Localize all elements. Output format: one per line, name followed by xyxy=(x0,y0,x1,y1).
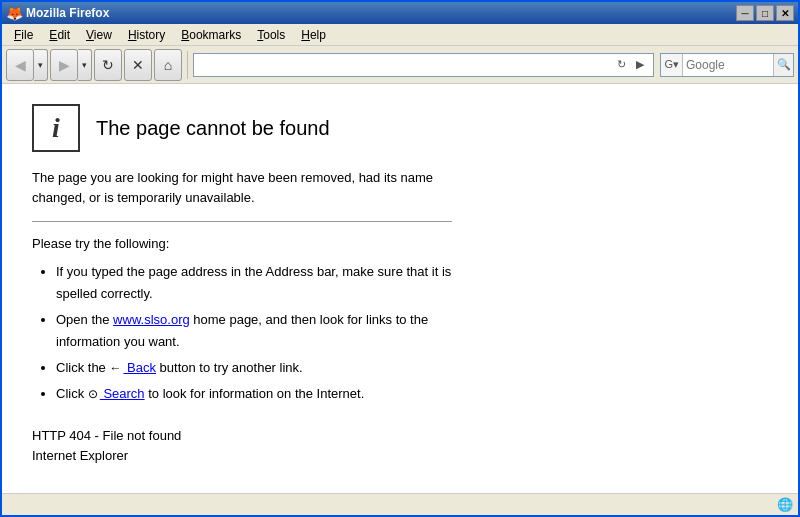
separator-1 xyxy=(187,51,188,79)
address-icons: ↻ ▶ xyxy=(612,56,649,74)
bullet-text-4a: Click xyxy=(56,386,88,401)
search-link[interactable]: Search xyxy=(100,386,145,401)
firefox-icon: 🦊 xyxy=(6,5,22,21)
reload-button[interactable]: ↻ xyxy=(94,49,122,81)
list-item: Open the www.slso.org home page, and the… xyxy=(56,309,476,353)
forward-dropdown[interactable]: ▾ xyxy=(78,49,92,81)
window-title: Mozilla Firefox xyxy=(26,6,736,20)
menu-file[interactable]: File xyxy=(6,26,41,44)
menu-history[interactable]: History xyxy=(120,26,173,44)
error-title: The page cannot be found xyxy=(96,117,330,140)
http-info: HTTP 404 - File not found Internet Explo… xyxy=(32,426,768,468)
window-controls: ─ □ ✕ xyxy=(736,5,794,21)
menu-edit[interactable]: Edit xyxy=(41,26,78,44)
search-button[interactable]: 🔍 xyxy=(773,54,793,76)
status-bar: 🌐 xyxy=(2,493,798,515)
forward-group: ▶ ▾ xyxy=(50,49,92,81)
bullet-text-3b: button to try another link. xyxy=(156,360,303,375)
address-input[interactable] xyxy=(198,58,612,72)
back-arrow-icon: ← xyxy=(109,361,121,375)
search-engine-label[interactable]: G▾ xyxy=(661,54,683,76)
list-item: Click the ← Back button to try another l… xyxy=(56,357,476,379)
stop-button[interactable]: ✕ xyxy=(124,49,152,81)
close-button[interactable]: ✕ xyxy=(776,5,794,21)
bullet-text-2a: Open the xyxy=(56,312,113,327)
google-dropdown: G▾ xyxy=(664,58,679,71)
try-text: Please try the following: xyxy=(32,236,768,251)
bullet-text-3a: Click the xyxy=(56,360,109,375)
address-bar[interactable]: ↻ ▶ xyxy=(193,53,654,77)
maximize-button[interactable]: □ xyxy=(756,5,774,21)
go-icon[interactable]: ▶ xyxy=(631,56,649,74)
http-status-line: HTTP 404 - File not found xyxy=(32,426,768,447)
title-bar: 🦊 Mozilla Firefox ─ □ ✕ xyxy=(2,2,798,24)
content-area: i The page cannot be found The page you … xyxy=(2,84,798,493)
home-button[interactable]: ⌂ xyxy=(154,49,182,81)
list-item: Click ⊙ Search to look for information o… xyxy=(56,383,476,405)
menu-bookmarks[interactable]: Bookmarks xyxy=(173,26,249,44)
refresh-icon[interactable]: ↻ xyxy=(612,56,630,74)
menu-help[interactable]: Help xyxy=(293,26,334,44)
menu-bar: File Edit View History Bookmarks Tools H… xyxy=(2,24,798,46)
search-bar: G▾ 🔍 xyxy=(660,53,794,77)
browser-name-line: Internet Explorer xyxy=(32,446,768,467)
error-description: The page you are looking for might have … xyxy=(32,168,452,207)
forward-button[interactable]: ▶ xyxy=(50,49,78,81)
search-circle-icon: ⊙ xyxy=(88,387,98,401)
minimize-button[interactable]: ─ xyxy=(736,5,754,21)
bullet-text-4b: to look for information on the Internet. xyxy=(145,386,365,401)
search-input[interactable] xyxy=(683,58,773,72)
divider xyxy=(32,221,452,222)
slso-link[interactable]: www.slso.org xyxy=(113,312,190,327)
bullet-list: If you typed the page address in the Add… xyxy=(32,261,768,406)
status-globe-icon: 🌐 xyxy=(776,496,794,514)
menu-tools[interactable]: Tools xyxy=(249,26,293,44)
error-header: i The page cannot be found xyxy=(32,104,768,152)
error-icon: i xyxy=(32,104,80,152)
bullet-text-1: If you typed the page address in the Add… xyxy=(56,264,451,301)
list-item: If you typed the page address in the Add… xyxy=(56,261,476,305)
menu-view[interactable]: View xyxy=(78,26,120,44)
back-button[interactable]: ◀ xyxy=(6,49,34,81)
back-link[interactable]: Back xyxy=(123,360,156,375)
toolbar: ◀ ▾ ▶ ▾ ↻ ✕ ⌂ ↻ ▶ G▾ 🔍 xyxy=(2,46,798,84)
back-group: ◀ ▾ xyxy=(6,49,48,81)
back-dropdown[interactable]: ▾ xyxy=(34,49,48,81)
